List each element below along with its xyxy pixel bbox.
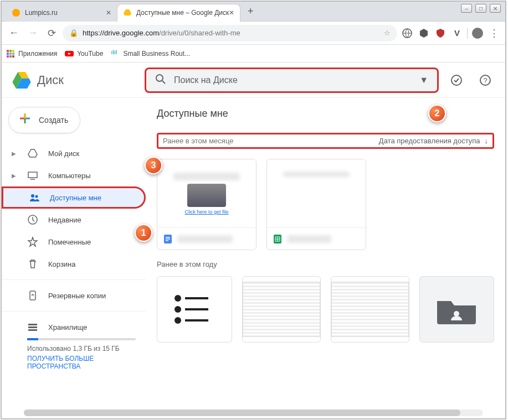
svg-rect-38 [28,329,37,331]
storage-icon [27,322,38,333]
sidebar: Создать ▶ Мой диск ▶ Компьютеры Доступны… [2,98,146,417]
sidebar-item-computers[interactable]: ▶ Компьютеры [2,164,146,186]
create-button[interactable]: Создать [8,107,80,133]
svg-rect-7 [7,53,9,55]
chevron-right-icon: ▶ [12,173,17,179]
star-icon [27,236,38,247]
svg-rect-40 [166,237,170,238]
file-card[interactable] [266,159,366,250]
svg-text:?: ? [483,76,487,85]
file-preview: Click here to get file [157,159,256,227]
sidebar-item-label: Резервные копии [48,292,106,300]
avatar-icon[interactable] [471,27,484,40]
window-minimize-button[interactable]: – [461,4,472,13]
svg-marker-1 [124,9,131,15]
menu-icon[interactable]: ⋮ [488,27,501,40]
youtube-bookmark[interactable]: YouTube [65,49,103,58]
sidebar-item-shared[interactable]: Доступные мне [2,186,146,209]
extension-shield-icon[interactable] [434,27,447,40]
extension-globe-icon[interactable] [401,27,414,40]
svg-point-47 [175,295,181,302]
extension-v-icon[interactable]: V [450,27,464,40]
drive-logo-icon [11,69,33,91]
url-text: https://drive.google.com/drive/u/0/share… [83,29,240,37]
file-card[interactable] [331,276,409,343]
svg-rect-4 [7,50,9,52]
sidebar-item-recent[interactable]: Недавние [2,209,146,231]
search-input[interactable]: Поиск на Диске ▼ [145,68,439,93]
get-more-storage-link[interactable]: ПОЛУЧИТЬ БОЛЬШЕ ПРОСТРАНСТВА [27,355,136,370]
shared-icon [29,192,40,203]
forward-button[interactable]: → [25,25,40,41]
sort-by-label[interactable]: Дата предоставления доступа [379,137,480,145]
sidebar-item-label: Хранилище [48,323,87,331]
drive-icon [27,148,38,159]
shared-folder-icon [434,293,479,326]
svg-point-49 [175,306,181,313]
bookmark-label: Small Business Rout... [123,50,190,58]
svg-marker-34 [28,237,37,246]
file-card[interactable] [419,276,495,343]
apps-bookmark[interactable]: Приложения [6,49,57,58]
help-icon[interactable]: ? [474,69,496,91]
chevron-down-icon[interactable]: ▼ [419,75,428,85]
sidebar-item-starred[interactable]: Помеченные [2,231,146,253]
plus-icon [18,111,32,129]
backup-icon [27,290,38,301]
sort-arrow-icon[interactable]: ↓ [485,137,489,145]
sidebar-item-mydrive[interactable]: ▶ Мой диск [2,142,146,164]
svg-rect-10 [7,55,9,58]
svg-point-3 [472,28,483,39]
sidebar-item-label: Мой диск [48,149,79,158]
apps-grid-icon [6,49,15,58]
svg-rect-5 [9,50,12,52]
sidebar-item-trash[interactable]: Корзина [2,253,146,275]
file-card[interactable]: Click here to get file [157,159,256,250]
star-icon[interactable]: ☆ [384,29,391,37]
offline-ready-icon[interactable] [445,69,468,91]
bookmark-label: Приложения [18,50,57,58]
file-card[interactable] [242,276,321,343]
tab-close-icon[interactable]: ✕ [229,9,234,17]
sidebar-item-label: Помеченные [48,238,91,246]
browser-tab[interactable]: Lumpics.ru ✕ [6,4,117,22]
svg-point-51 [175,317,181,324]
horizontal-scrollbar[interactable] [24,409,483,416]
tab-close-icon[interactable]: ✕ [106,9,111,17]
sbr-bookmark[interactable]: ılıl Small Business Rout... [111,49,190,58]
svg-point-53 [454,311,459,317]
sidebar-item-storage[interactable]: Хранилище [2,316,146,338]
file-card[interactable] [157,276,232,343]
svg-rect-42 [166,240,168,241]
svg-rect-36 [28,324,37,325]
reload-button[interactable]: ⟳ [44,25,59,41]
sbr-icon: ılıl [111,49,120,58]
section-header: Ранее в этом году [157,260,494,268]
docs-icon [163,234,173,244]
svg-point-21 [451,75,461,85]
svg-rect-8 [9,53,12,55]
preview-link: Click here to get file [184,209,228,215]
extension-cube-icon[interactable] [417,27,430,40]
svg-rect-35 [30,291,35,300]
callout-badge: 2 [428,105,446,122]
new-tab-button[interactable]: + [243,4,258,19]
list-preview-icon [170,290,219,329]
youtube-icon [65,49,74,58]
svg-rect-12 [12,55,14,58]
back-button[interactable]: ← [6,25,22,41]
lock-icon: 🔒 [69,29,78,37]
tab-title: Доступные мне – Google Диск [136,9,229,17]
url-field[interactable]: 🔒 https://drive.google.com/drive/u/0/sha… [63,25,397,42]
favicon-icon [12,8,20,17]
window-maximize-button[interactable]: □ [475,4,486,13]
svg-rect-37 [28,326,37,328]
sidebar-item-backups[interactable]: Резервные копии [2,284,146,307]
search-placeholder: Поиск на Диске [174,75,238,85]
drive-logo[interactable]: Диск [11,69,138,91]
browser-tab[interactable]: Доступные мне – Google Диск ✕ [117,4,240,22]
svg-rect-6 [12,50,14,52]
window-close-button[interactable]: ✕ [490,4,501,13]
sidebar-item-label: Корзина [48,260,76,268]
address-bar: ← → ⟳ 🔒 https://drive.google.com/drive/u… [2,22,505,45]
